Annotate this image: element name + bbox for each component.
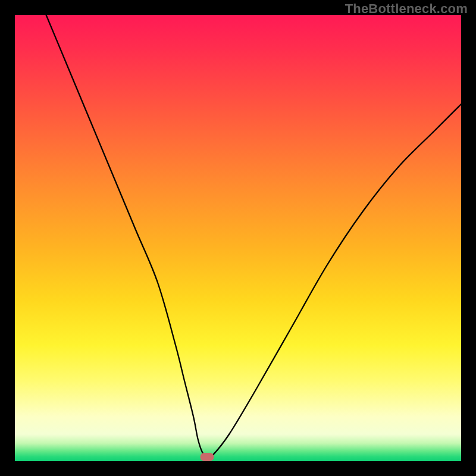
curve-line xyxy=(15,15,461,461)
optimal-marker xyxy=(200,453,214,461)
chart-frame: TheBottleneck.com xyxy=(0,0,476,476)
plot-area xyxy=(15,15,461,461)
watermark-text: TheBottleneck.com xyxy=(345,1,468,17)
